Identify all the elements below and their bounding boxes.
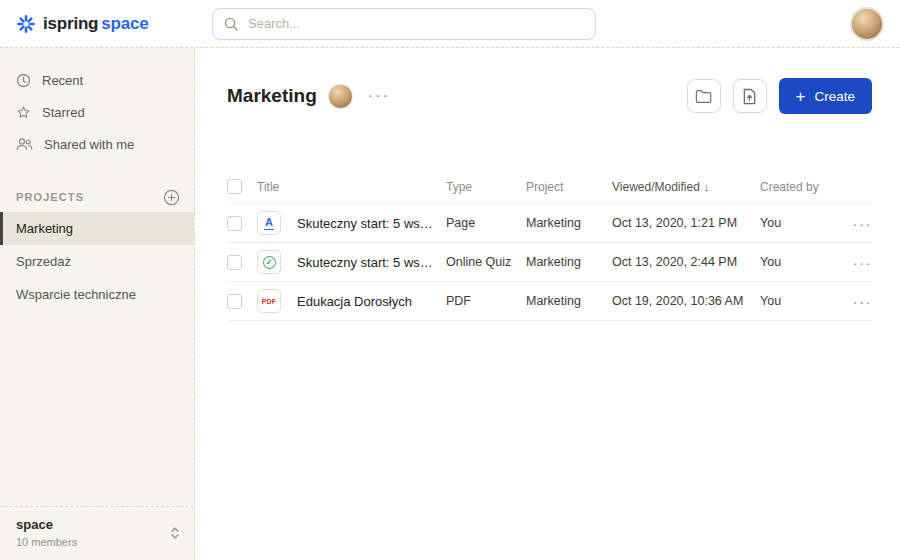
sidebar-item-recent[interactable]: Recent	[0, 64, 194, 96]
row-project: Marketing	[526, 216, 612, 230]
column-header-project[interactable]: Project	[526, 180, 612, 194]
main-content: Marketing ···	[195, 48, 900, 560]
project-item-label: Wsparcie techniczne	[16, 287, 136, 302]
page-actions: + Create	[687, 78, 872, 114]
column-header-type[interactable]: Type	[446, 180, 526, 194]
sidebar-item-starred[interactable]: Starred	[0, 96, 194, 128]
row-modified: Oct 13, 2020, 1:21 PM	[612, 216, 760, 230]
more-icon: ···	[853, 293, 873, 310]
brand-product: space	[101, 14, 148, 33]
sidebar-project-marketing[interactable]: Marketing	[0, 212, 194, 245]
row-title[interactable]: Edukacja Dorosłych	[297, 294, 446, 309]
quiz-check-glyph: ✓	[263, 256, 276, 269]
row-more-button[interactable]: ···	[848, 253, 872, 272]
plus-circle-icon	[163, 189, 180, 206]
page-header: Marketing ···	[195, 48, 900, 114]
row-checkbox[interactable]	[227, 294, 242, 309]
more-icon: ···	[853, 254, 873, 271]
create-button-label: Create	[814, 89, 855, 104]
sidebar-item-label: Shared with me	[44, 137, 134, 152]
workspace-switcher[interactable]: space 10 members	[0, 506, 194, 560]
row-created-by: You	[760, 216, 848, 230]
search-icon	[224, 17, 238, 31]
page-icon-letter: A	[264, 216, 274, 230]
column-header-title[interactable]: Title	[257, 180, 446, 194]
project-item-label: Marketing	[16, 221, 73, 236]
ispring-logo-icon	[16, 14, 36, 34]
column-header-viewed-modified-label: Viewed/Modified	[612, 180, 700, 194]
search-box[interactable]	[212, 8, 596, 40]
row-type: PDF	[446, 294, 526, 308]
sidebar-item-shared-with-me[interactable]: Shared with me	[0, 128, 194, 160]
sidebar-project-wsparcie-techniczne[interactable]: Wsparcie techniczne	[0, 278, 194, 311]
row-checkbox[interactable]	[227, 255, 242, 270]
app-logo[interactable]: ispringspace	[16, 14, 196, 34]
upload-file-button[interactable]	[733, 79, 767, 113]
sort-desc-icon: ↓	[704, 181, 710, 193]
folder-icon	[695, 89, 712, 104]
pdf-icon: PDF	[257, 289, 281, 313]
sidebar-item-label: Starred	[42, 105, 85, 120]
table-row[interactable]: ✓ Skuteczny start: 5 wska... Online Quiz…	[227, 243, 872, 282]
projects-section-label: PROJECTS	[16, 191, 84, 203]
plus-icon: +	[796, 88, 806, 105]
add-project-button[interactable]	[161, 187, 182, 208]
people-icon	[16, 137, 33, 151]
brand-text: ispringspace	[43, 14, 148, 34]
row-project: Marketing	[526, 255, 612, 269]
page-icon: A	[257, 211, 281, 235]
more-icon: ···	[853, 215, 873, 232]
user-avatar[interactable]	[850, 7, 884, 41]
project-item-label: Sprzedaż	[16, 254, 71, 269]
row-checkbox[interactable]	[227, 216, 242, 231]
sidebar: Recent Starred Shared with me PR	[0, 48, 195, 560]
projects-section-header: PROJECTS	[0, 182, 194, 212]
row-title[interactable]: Skuteczny start: 5 wska...	[297, 255, 446, 270]
app-window: ispringspace Recent	[0, 0, 900, 560]
table-row[interactable]: A Skuteczny start: 5 wska... Page Market…	[227, 204, 872, 243]
more-icon: ···	[368, 87, 390, 104]
workspace-members-count: 10 members	[16, 536, 77, 548]
clock-icon	[16, 73, 31, 88]
workspace-name: space	[16, 517, 77, 532]
page-title: Marketing	[227, 85, 317, 107]
row-modified: Oct 19, 2020, 10:36 AM	[612, 294, 760, 308]
file-upload-icon	[742, 88, 757, 105]
column-header-viewed-modified[interactable]: Viewed/Modified ↓	[612, 180, 760, 194]
row-type: Page	[446, 216, 526, 230]
table-header-row: Title Type Project Viewed/Modified ↓ Cre…	[227, 170, 872, 204]
brand-name: ispring	[43, 14, 98, 33]
column-header-created-by[interactable]: Created by	[760, 180, 848, 194]
pdf-icon-label: PDF	[262, 298, 277, 305]
chevron-up-down-icon	[170, 526, 180, 540]
sidebar-project-sprzedaz[interactable]: Sprzedaż	[0, 245, 194, 278]
quiz-icon: ✓	[257, 250, 281, 274]
search-input[interactable]	[246, 15, 584, 32]
top-bar: ispringspace	[0, 0, 900, 48]
row-created-by: You	[760, 255, 848, 269]
content-table: Title Type Project Viewed/Modified ↓ Cre…	[227, 170, 872, 321]
select-all-checkbox[interactable]	[227, 179, 242, 194]
star-icon	[16, 105, 31, 120]
workspace-info: space 10 members	[16, 517, 77, 548]
new-folder-button[interactable]	[687, 79, 721, 113]
row-project: Marketing	[526, 294, 612, 308]
row-modified: Oct 13, 2020, 2:44 PM	[612, 255, 760, 269]
create-button[interactable]: + Create	[779, 78, 872, 114]
row-type: Online Quiz	[446, 255, 526, 269]
row-more-button[interactable]: ···	[848, 292, 872, 311]
row-title[interactable]: Skuteczny start: 5 wska...	[297, 216, 446, 231]
row-created-by: You	[760, 294, 848, 308]
project-owner-avatar[interactable]	[328, 84, 353, 109]
table-row[interactable]: PDF Edukacja Dorosłych PDF Marketing Oct…	[227, 282, 872, 321]
row-more-button[interactable]: ···	[848, 214, 872, 233]
project-more-button[interactable]: ···	[366, 84, 392, 108]
sidebar-item-label: Recent	[42, 73, 83, 88]
